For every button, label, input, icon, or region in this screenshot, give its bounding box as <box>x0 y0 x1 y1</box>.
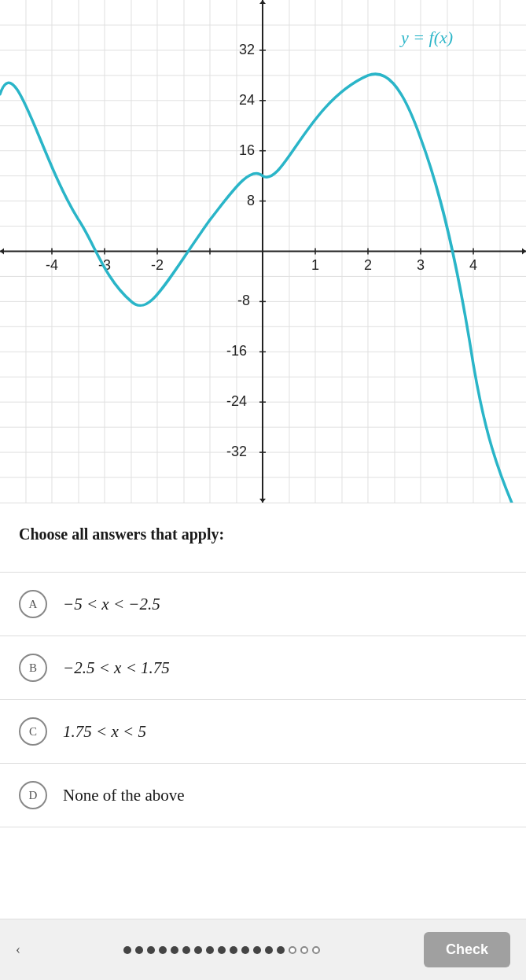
svg-text:-16: -16 <box>226 343 247 359</box>
dot-2 <box>135 946 143 954</box>
graph-area: -4 -3 -2 1 2 3 4 8 16 2 <box>0 0 526 503</box>
dot-1 <box>123 946 131 954</box>
dot-14 <box>277 946 285 954</box>
dot-3 <box>147 946 155 954</box>
choice-b[interactable]: B −2.5 < x < 1.75 <box>0 636 526 700</box>
check-button[interactable]: Check <box>424 932 510 967</box>
dot-15 <box>289 946 296 954</box>
question-label: Choose all answers that apply: <box>19 525 507 543</box>
svg-text:3: 3 <box>417 257 425 273</box>
choice-b-badge: B <box>19 654 47 682</box>
choice-c-text: 1.75 < x < 5 <box>63 722 146 742</box>
choice-d[interactable]: D None of the above <box>0 764 526 827</box>
svg-text:16: 16 <box>239 142 255 158</box>
dot-5 <box>171 946 178 954</box>
choice-a-text: −5 < x < −2.5 <box>63 595 160 614</box>
choice-d-badge: D <box>19 781 47 809</box>
dot-10 <box>230 946 237 954</box>
dot-7 <box>194 946 202 954</box>
dot-6 <box>182 946 190 954</box>
svg-text:-32: -32 <box>226 444 247 459</box>
choice-c-badge: C <box>19 717 47 746</box>
dot-13 <box>265 946 273 954</box>
choice-b-text: −2.5 < x < 1.75 <box>63 658 170 678</box>
choice-a-badge: A <box>19 590 47 618</box>
dot-12 <box>253 946 261 954</box>
svg-text:2: 2 <box>364 257 372 273</box>
graph-svg: -4 -3 -2 1 2 3 4 8 16 2 <box>0 0 526 503</box>
svg-text:32: 32 <box>239 42 255 57</box>
svg-text:-2: -2 <box>151 257 164 273</box>
svg-text:1: 1 <box>311 257 319 273</box>
svg-text:24: 24 <box>239 92 255 108</box>
dot-9 <box>218 946 226 954</box>
dot-4 <box>159 946 167 954</box>
bottom-bar: ‹ Check <box>0 919 526 980</box>
question-area: Choose all answers that apply: <box>0 503 526 556</box>
choice-d-text: None of the above <box>63 786 185 805</box>
svg-text:-24: -24 <box>226 393 247 409</box>
svg-text:4: 4 <box>469 257 477 273</box>
dot-17 <box>312 946 320 954</box>
nav-left-button[interactable]: ‹ <box>16 941 20 958</box>
choice-a[interactable]: A −5 < x < −2.5 <box>0 573 526 636</box>
dot-11 <box>241 946 249 954</box>
svg-text:y = f(x): y = f(x) <box>399 28 453 47</box>
dot-8 <box>206 946 214 954</box>
dot-16 <box>300 946 308 954</box>
svg-text:-4: -4 <box>46 257 58 273</box>
svg-text:-8: -8 <box>237 293 250 308</box>
progress-dots <box>123 946 320 954</box>
choices-list: A −5 < x < −2.5 B −2.5 < x < 1.75 C 1.75… <box>0 572 526 827</box>
choice-c[interactable]: C 1.75 < x < 5 <box>0 700 526 764</box>
svg-text:8: 8 <box>247 193 255 208</box>
